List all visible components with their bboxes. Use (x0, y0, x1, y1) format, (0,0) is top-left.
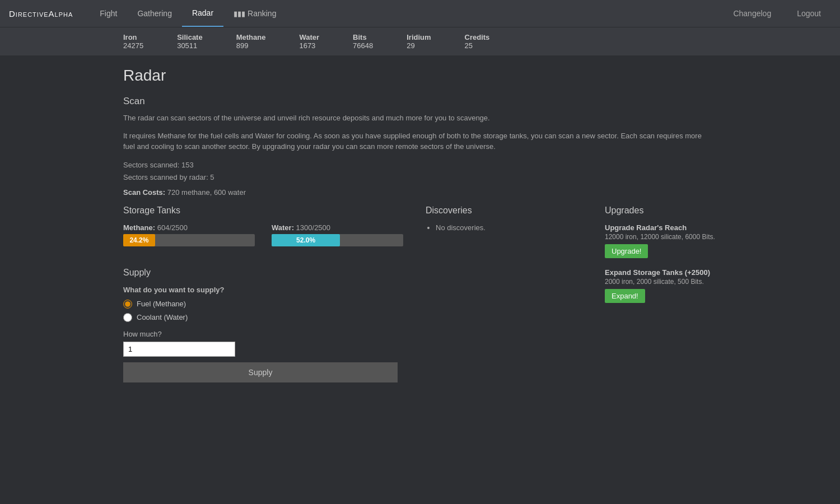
supply-question: What do you want to supply? (123, 286, 403, 294)
nav-fight[interactable]: Fight (90, 0, 127, 27)
coolant-option[interactable]: Coolant (Water) (123, 313, 403, 322)
middle-column: Discoveries No discoveries. (426, 206, 582, 232)
fuel-radio[interactable] (123, 300, 132, 309)
water-tank-label: Water: 1300/2500 (272, 223, 403, 232)
left-column: Storage Tanks Methane: 604/2500 24.2% (123, 206, 403, 382)
nav-ranking[interactable]: ▮▮▮ Ranking (223, 0, 286, 27)
upgrade-radar-reach: Upgrade Radar's Reach 12000 iron, 12000 … (605, 223, 717, 258)
methane-tank: Methane: 604/2500 24.2% (123, 223, 255, 254)
expand-storage-button[interactable]: Expand! (605, 289, 645, 303)
discoveries-title: Discoveries (426, 206, 582, 216)
storage-tanks-title: Storage Tanks (123, 206, 403, 216)
main-content: Radar Scan The radar can scan sectors of… (0, 55, 840, 394)
methane-progress-container: 24.2% (123, 234, 255, 246)
upgrade-radar-button[interactable]: Upgrade! (605, 244, 648, 258)
resource-iridium: Iridium 29 (407, 33, 431, 50)
resources-bar: Iron 24275 Silicate 30511 Methane 899 Wa… (0, 27, 840, 55)
description-line2: It requires Methane for the fuel cells a… (123, 130, 711, 152)
how-much-label: How much? (123, 330, 403, 338)
radio-group: Fuel (Methane) Coolant (Water) (123, 300, 403, 322)
scan-costs: Scan Costs: 720 methane, 600 water (123, 188, 717, 197)
nav-logout[interactable]: Logout (787, 0, 831, 27)
discoveries-list: No discoveries. (426, 223, 582, 232)
resource-iron: Iron 24275 (123, 33, 143, 50)
right-column: Upgrades Upgrade Radar's Reach 12000 iro… (605, 206, 717, 313)
upgrades-title: Upgrades (605, 206, 717, 216)
tanks-row: Methane: 604/2500 24.2% Water: 130 (123, 223, 403, 254)
description-line1: The radar can scan sectors of the univer… (123, 113, 711, 124)
quantity-input[interactable] (123, 342, 235, 357)
supply-title: Supply (123, 268, 403, 278)
upgrade-storage-tanks: Expand Storage Tanks (+2500) 2000 iron, … (605, 268, 717, 303)
nav-links: Fight Gathering Radar ▮▮▮ Ranking (90, 0, 723, 27)
sectors-by-radar: Sectors scanned by radar: 5 (123, 171, 717, 184)
resource-methane: Methane 899 (236, 33, 266, 50)
resource-water: Water 1673 (299, 33, 319, 50)
bar-chart-icon: ▮▮▮ (234, 10, 245, 18)
supply-section: Supply What do you want to supply? Fuel … (123, 268, 403, 382)
coolant-radio[interactable] (123, 313, 132, 322)
stats: Sectors scanned: 153 Sectors scanned by … (123, 159, 717, 184)
resource-bits: Bits 76648 (353, 33, 373, 50)
nav-changelog[interactable]: Changelog (723, 0, 781, 27)
scan-section-title: Scan (123, 96, 717, 107)
water-progress-bar: 52.0% (272, 234, 340, 246)
content-grid: Storage Tanks Methane: 604/2500 24.2% (123, 206, 717, 382)
nav-radar[interactable]: Radar (182, 0, 223, 27)
methane-tank-label: Methane: 604/2500 (123, 223, 255, 232)
water-progress-container: 52.0% (272, 234, 403, 246)
no-discoveries-item: No discoveries. (436, 223, 582, 232)
navbar: DirectiveAlpha Fight Gathering Radar ▮▮▮… (0, 0, 840, 27)
brand-logo: DirectiveAlpha (9, 9, 73, 18)
nav-gathering[interactable]: Gathering (127, 0, 181, 27)
methane-progress-bar: 24.2% (123, 234, 155, 246)
supply-button[interactable]: Supply (123, 362, 398, 382)
resource-credits: Credits 25 (465, 33, 490, 50)
fuel-option[interactable]: Fuel (Methane) (123, 300, 403, 309)
resource-silicate: Silicate 30511 (177, 33, 203, 50)
sectors-scanned: Sectors scanned: 153 (123, 159, 717, 171)
page-title: Radar (123, 67, 717, 85)
nav-right: Changelog Logout (723, 0, 831, 27)
water-tank: Water: 1300/2500 52.0% (272, 223, 403, 254)
